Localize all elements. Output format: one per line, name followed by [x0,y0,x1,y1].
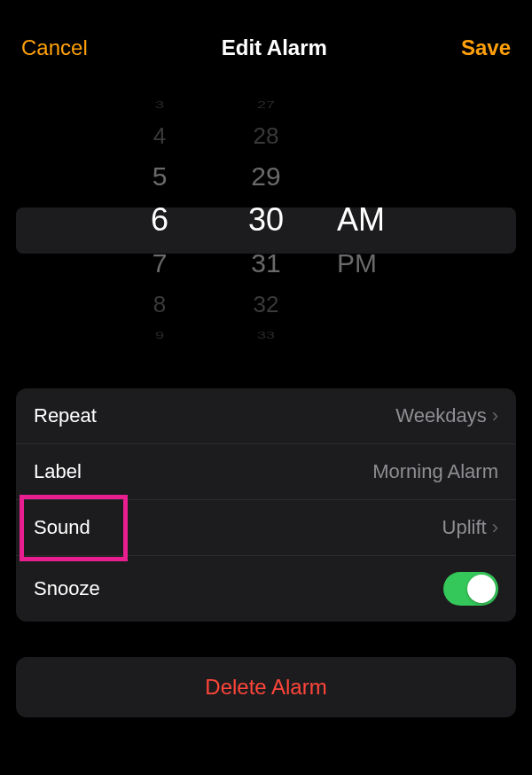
chevron-right-icon: › [492,516,498,539]
alarm-settings-list: Repeat Weekdays › Label Morning Alarm So… [16,388,516,622]
picker-hour-item: 9 [155,329,164,341]
label-label: Label [34,460,82,483]
picker-hour-item: 7 [153,243,168,284]
picker-minute-item: 27 [257,98,275,111]
picker-minute-item: 28 [254,115,279,156]
picker-hour-item: 4 [153,115,166,156]
picker-ampm-selected: AM [337,197,408,243]
delete-alarm-button[interactable]: Delete Alarm [16,657,516,717]
picker-hour-selected: 6 [151,197,168,243]
picker-ampm-item: PM [337,243,408,284]
header: Cancel Edit Alarm Save [0,0,532,78]
toggle-knob [467,575,496,603]
page-title: Edit Alarm [222,35,327,60]
repeat-value-group: Weekdays › [395,404,498,427]
time-picker[interactable]: 3 4 5 6 7 8 9 27 28 29 30 31 32 33 AM PM [0,87,532,353]
label-row[interactable]: Label Morning Alarm [16,444,516,500]
sound-row[interactable]: Sound Uplift › [16,500,516,556]
picker-minute-item: 32 [254,284,279,325]
snooze-row: Snooze [16,556,516,622]
picker-hour-item: 5 [153,156,168,197]
minute-picker[interactable]: 27 28 29 30 31 32 33 [231,87,301,353]
ampm-picker[interactable]: AM PM [337,87,408,353]
hour-picker[interactable]: 3 4 5 6 7 8 9 [124,87,195,353]
save-button[interactable]: Save [461,35,511,60]
picker-minute-item: 31 [251,243,280,284]
picker-hour-item: 3 [155,98,164,111]
repeat-row[interactable]: Repeat Weekdays › [16,388,516,444]
picker-minute-item: 29 [251,156,280,197]
snooze-label: Snooze [34,577,100,600]
picker-hour-item: 8 [153,284,166,325]
cancel-button[interactable]: Cancel [21,35,88,60]
chevron-right-icon: › [492,404,498,427]
picker-minute-item: 33 [257,329,275,341]
repeat-label: Repeat [34,404,97,427]
picker-columns: 3 4 5 6 7 8 9 27 28 29 30 31 32 33 AM PM [0,87,532,353]
sound-value-group: Uplift › [442,516,498,539]
label-value-group: Morning Alarm [372,460,498,483]
repeat-value: Weekdays [395,404,486,427]
sound-label: Sound [34,516,90,539]
sound-value: Uplift [442,516,487,539]
picker-minute-selected: 30 [248,197,284,243]
snooze-toggle[interactable] [443,572,498,606]
label-value: Morning Alarm [372,460,498,483]
